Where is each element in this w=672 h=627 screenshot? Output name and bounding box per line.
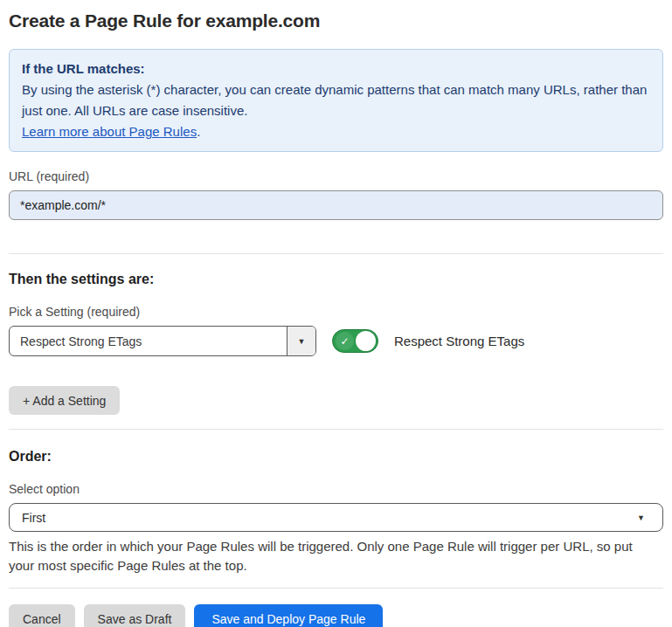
setting-select-value: Respect Strong ETags xyxy=(10,327,287,355)
divider xyxy=(9,429,663,430)
divider xyxy=(9,588,663,589)
page-title: Create a Page Rule for example.com xyxy=(9,10,663,31)
setting-row: Respect Strong ETags ▼ ✓ Respect Strong … xyxy=(9,326,663,356)
url-field-label: URL (required) xyxy=(9,169,663,183)
order-select-label: Select option xyxy=(9,482,663,496)
form-actions: Cancel Save as Draft Save and Deploy Pag… xyxy=(9,604,663,627)
settings-section-heading: Then the settings are: xyxy=(9,272,663,287)
save-deploy-button[interactable]: Save and Deploy Page Rule xyxy=(194,604,383,627)
learn-more-link[interactable]: Learn more about Page Rules xyxy=(22,124,197,139)
setting-toggle[interactable]: ✓ xyxy=(332,329,378,353)
info-box-heading: If the URL matches: xyxy=(22,59,650,79)
order-select-value: First xyxy=(22,511,45,525)
chevron-down-icon: ▼ xyxy=(298,337,306,346)
order-select[interactable]: First ▼ xyxy=(9,503,663,532)
setting-select[interactable]: Respect Strong ETags ▼ xyxy=(9,326,316,356)
save-draft-button[interactable]: Save as Draft xyxy=(84,604,186,627)
order-section-heading: Order: xyxy=(9,449,663,465)
add-setting-button[interactable]: + Add a Setting xyxy=(9,386,120,415)
toggle-knob xyxy=(356,331,376,351)
order-help-text: This is the order in which your Page Rul… xyxy=(9,537,660,575)
chevron-down-icon: ▼ xyxy=(637,513,650,522)
setting-select-arrow-button[interactable]: ▼ xyxy=(287,327,315,355)
checkmark-icon: ✓ xyxy=(336,332,354,350)
divider xyxy=(9,253,663,254)
info-box-link-line: Learn more about Page Rules. xyxy=(22,121,650,142)
toggle-label: Respect Strong ETags xyxy=(394,334,524,348)
info-box-body: By using the asterisk (*) character, you… xyxy=(22,79,650,121)
cancel-button[interactable]: Cancel xyxy=(9,604,75,627)
url-match-info-box: If the URL matches: By using the asteris… xyxy=(9,49,663,152)
pick-setting-label: Pick a Setting (required) xyxy=(9,305,663,319)
url-input[interactable] xyxy=(9,190,663,220)
link-suffix: . xyxy=(197,124,200,139)
